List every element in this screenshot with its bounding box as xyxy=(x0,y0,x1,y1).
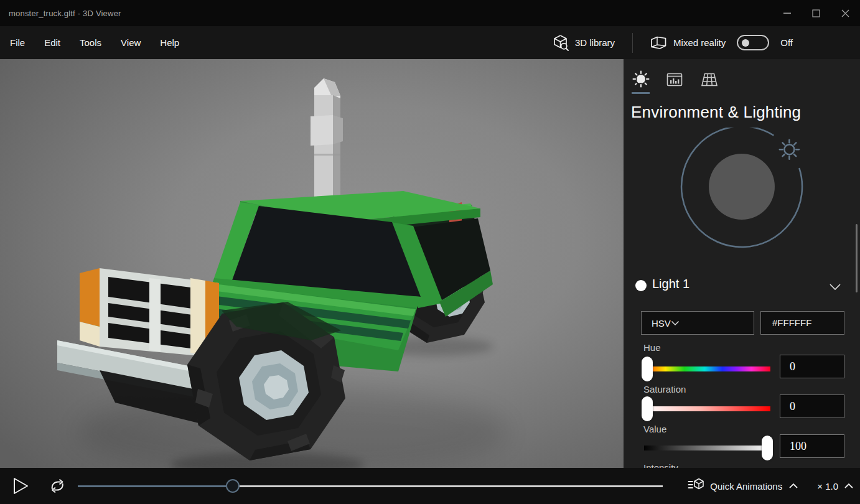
playback-right-group: Quick Animations × 1.0 xyxy=(687,468,854,504)
value-label: Value xyxy=(643,424,666,434)
timeline-thumb[interactable] xyxy=(226,479,240,493)
3d-library-button[interactable]: 3D library xyxy=(551,34,615,52)
saturation-label: Saturation xyxy=(643,384,686,394)
menubar: File Edit Tools View Help 3D library xyxy=(0,26,860,59)
color-model-value: HSV xyxy=(642,318,671,329)
3d-library-cube-icon xyxy=(551,34,575,52)
play-icon xyxy=(11,477,30,495)
light-name: Light 1 xyxy=(652,277,689,291)
light-color-swatch xyxy=(635,280,647,291)
minimize-button[interactable] xyxy=(772,0,802,26)
window-title: monster_truck.gltf - 3D Viewer xyxy=(0,9,121,18)
color-model-dropdown[interactable]: HSV xyxy=(641,311,754,335)
menubar-right: 3D library Mixed reality Off xyxy=(551,33,860,53)
chevron-down-icon xyxy=(671,317,688,329)
tab-grid[interactable] xyxy=(701,72,718,88)
stats-icon xyxy=(666,72,683,88)
chevron-up-icon[interactable] xyxy=(788,480,798,492)
minimize-icon xyxy=(783,12,791,14)
dial-sun-icon xyxy=(780,140,799,159)
3d-library-label: 3D library xyxy=(575,37,615,48)
tab-lighting[interactable] xyxy=(632,70,650,88)
window-controls xyxy=(772,0,860,26)
playback-bar: Quick Animations × 1.0 xyxy=(0,468,860,504)
menu-item-help[interactable]: Help xyxy=(160,37,179,48)
light-direction-dial[interactable] xyxy=(673,128,810,261)
close-button[interactable] xyxy=(831,0,860,26)
3d-viewer-window: monster_truck.gltf - 3D Viewer File Edit… xyxy=(0,0,860,504)
menu: File Edit Tools View Help xyxy=(0,37,199,48)
slider-thumb[interactable] xyxy=(642,396,653,421)
hue-slider[interactable] xyxy=(644,366,770,371)
quick-animations-label[interactable]: Quick Animations xyxy=(710,481,782,492)
timeline-track[interactable] xyxy=(240,485,663,487)
menu-item-file[interactable]: File xyxy=(10,37,25,48)
front-grille xyxy=(80,268,219,358)
grid-icon xyxy=(701,72,718,88)
slider-thumb[interactable] xyxy=(762,436,773,460)
mixed-reality-group: Mixed reality xyxy=(649,35,726,51)
menu-item-edit[interactable]: Edit xyxy=(44,37,60,48)
saturation-slider[interactable] xyxy=(644,406,770,411)
slider-thumb[interactable] xyxy=(642,357,653,381)
chevron-up-icon[interactable] xyxy=(844,480,854,492)
play-button[interactable] xyxy=(11,477,30,498)
chevron-down-icon[interactable] xyxy=(829,282,841,293)
hex-color-input[interactable]: #FFFFFF xyxy=(760,311,844,335)
panel-title: Environment & Lighting xyxy=(631,103,801,122)
playback-speed-label[interactable]: × 1.0 xyxy=(817,481,838,492)
loop-icon xyxy=(47,477,67,495)
menu-item-view[interactable]: View xyxy=(121,37,141,48)
value-slider[interactable] xyxy=(644,446,770,450)
hue-label: Hue xyxy=(643,342,661,353)
quick-animations-icon xyxy=(687,477,704,495)
toggle-knob xyxy=(742,39,749,47)
exhaust-pipe xyxy=(311,78,343,206)
titlebar: monster_truck.gltf - 3D Viewer xyxy=(0,0,860,26)
intensity-label: Intensity xyxy=(643,462,678,468)
active-tab-indicator xyxy=(632,92,650,94)
menubar-divider xyxy=(632,33,633,53)
mixed-reality-icon xyxy=(649,35,673,51)
mixed-reality-toggle[interactable] xyxy=(737,35,769,50)
panel-scrollbar[interactable] xyxy=(856,224,858,292)
close-icon xyxy=(841,9,849,17)
monster-truck-model[interactable] xyxy=(0,59,624,468)
mixed-reality-state: Off xyxy=(780,37,793,48)
menu-item-tools[interactable]: Tools xyxy=(80,37,101,48)
light-1-header[interactable]: Light 1 xyxy=(624,276,860,297)
timeline-progress[interactable] xyxy=(78,485,226,487)
loop-button[interactable] xyxy=(47,477,67,498)
maximize-button[interactable] xyxy=(802,0,831,26)
saturation-value-input[interactable]: 0 xyxy=(780,394,844,418)
3d-viewport[interactable] xyxy=(0,59,624,468)
mixed-reality-label: Mixed reality xyxy=(673,37,726,48)
sun-icon xyxy=(632,70,650,88)
value-value-input[interactable]: 100 xyxy=(780,434,844,458)
tab-stats[interactable] xyxy=(666,72,683,88)
hue-value-input[interactable]: 0 xyxy=(780,355,844,378)
maximize-icon xyxy=(812,9,820,17)
lighting-panel: Environment & Lighting xyxy=(624,59,860,468)
